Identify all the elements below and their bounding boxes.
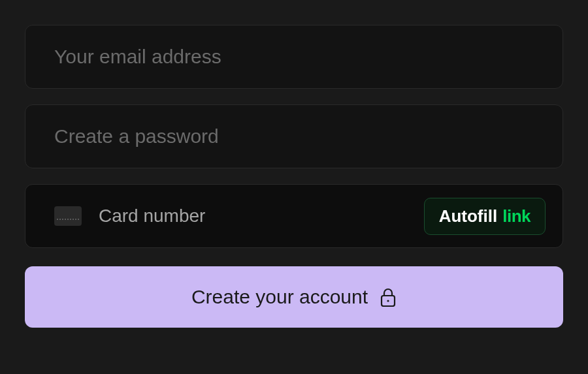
lock-icon — [380, 287, 397, 307]
link-brand-logo: link — [502, 206, 531, 226]
submit-label: Create your account — [191, 286, 368, 308]
svg-point-1 — [387, 300, 389, 302]
autofill-link-button[interactable]: Autofill link — [424, 198, 546, 235]
card-number-row: Autofill link — [25, 184, 563, 248]
card-icon — [54, 206, 82, 226]
card-number-field[interactable] — [99, 206, 407, 226]
password-field[interactable] — [25, 104, 563, 168]
email-field[interactable] — [25, 25, 563, 89]
signup-form: Autofill link Create your account — [25, 25, 563, 328]
autofill-label: Autofill — [439, 206, 498, 226]
create-account-button[interactable]: Create your account — [25, 266, 563, 328]
